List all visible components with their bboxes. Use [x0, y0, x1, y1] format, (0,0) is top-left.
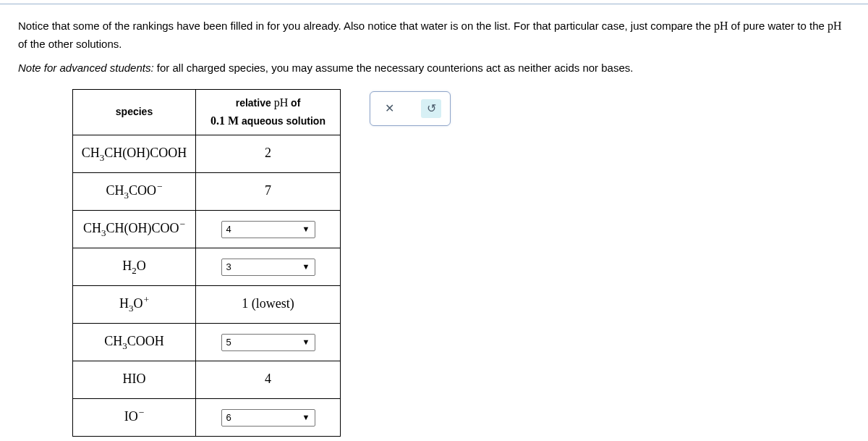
species-cell: CH3CH(OH)COO−	[73, 210, 196, 248]
formula-hypoiodite: IO−	[124, 409, 145, 424]
formula-acetic-acid: CH3COOH	[104, 334, 164, 348]
species-cell: HIO	[73, 361, 196, 398]
chevron-down-icon: ▼	[302, 411, 310, 424]
clear-button[interactable]: ✕	[379, 99, 399, 118]
table-row: H2O 3 ▼	[73, 248, 341, 285]
value-cell: 6 ▼	[196, 398, 341, 436]
header-species-label: species	[116, 106, 153, 117]
species-cell: CH3CH(OH)COOH	[73, 135, 196, 172]
species-cell: H3O+	[73, 285, 196, 323]
header-ph-line1: relative pH of	[236, 97, 301, 109]
header-ph-line2: 0.1 M aqueous solution	[210, 115, 326, 127]
intro-text-1a: Notice that some of the rankings have be…	[18, 20, 714, 32]
chevron-down-icon: ▼	[302, 336, 310, 348]
rank-select[interactable]: 3 ▼	[221, 259, 315, 276]
static-value: 7	[265, 183, 271, 198]
value-cell: 5 ▼	[196, 323, 341, 361]
static-value: 2	[265, 146, 271, 160]
ph-symbol-2: pH	[827, 20, 842, 32]
header-ph-symbol: pH	[274, 96, 289, 109]
instruction-line-1: Notice that some of the rankings have be…	[18, 17, 850, 52]
value-cell: 1 (lowest)	[196, 285, 341, 323]
intro-text-1b: of pure water to the	[728, 20, 827, 32]
table-row: CH3CH(OH)COO− 4 ▼	[73, 210, 341, 248]
value-cell: 3 ▼	[196, 248, 341, 285]
note-label: Note for advanced students:	[18, 62, 154, 74]
main-row: species relative pH of 0.1 M aqueous sol…	[18, 89, 850, 437]
rank-select[interactable]: 5 ▼	[221, 334, 315, 351]
table-row: HIO 4	[73, 361, 341, 398]
species-cell: IO−	[73, 398, 196, 436]
value-cell: 2	[196, 135, 341, 172]
chevron-down-icon: ▼	[302, 261, 310, 273]
static-value: 4	[265, 371, 271, 386]
species-cell: H2O	[73, 248, 196, 285]
reset-icon: ↺	[427, 100, 436, 118]
header-rel-d: aqueous solution	[239, 115, 326, 127]
header-rel-a: relative	[236, 97, 274, 109]
instruction-block: Notice that some of the rankings have be…	[0, 4, 868, 441]
select-value: 4	[226, 222, 302, 237]
chevron-down-icon: ▼	[302, 223, 310, 235]
formula-lactate: CH3CH(OH)COO−	[83, 221, 185, 235]
header-species: species	[73, 90, 196, 135]
select-value: 6	[226, 411, 302, 425]
formula-acetate: CH3COO−	[106, 183, 162, 198]
ph-symbol-1: pH	[714, 20, 728, 32]
close-icon: ✕	[385, 100, 394, 118]
static-value: 1 (lowest)	[242, 296, 294, 311]
header-rel-b: of	[288, 97, 300, 109]
formula-hydronium: H3O+	[119, 296, 149, 311]
formula-water: H2O	[122, 259, 145, 273]
ranking-table: species relative pH of 0.1 M aqueous sol…	[72, 89, 341, 437]
note-rest: for all charged species, you may assume …	[154, 62, 634, 74]
table-row: CH3CH(OH)COOH 2	[73, 135, 341, 172]
value-cell: 7	[196, 172, 341, 210]
table-row: CH3COO− 7	[73, 172, 341, 210]
header-rel-c: 0.1 M	[210, 114, 239, 127]
reset-button[interactable]: ↺	[421, 99, 441, 118]
toolbox: ✕ ↺	[370, 91, 451, 126]
header-row: species relative pH of 0.1 M aqueous sol…	[73, 90, 341, 135]
table-row: H3O+ 1 (lowest)	[73, 285, 341, 323]
table-row: CH3COOH 5 ▼	[73, 323, 341, 361]
select-value: 3	[226, 260, 302, 274]
value-cell: 4 ▼	[196, 210, 341, 248]
table-row: IO− 6 ▼	[73, 398, 341, 436]
species-cell: CH3COOH	[73, 323, 196, 361]
instruction-line-2: Note for advanced students: for all char…	[18, 59, 850, 76]
intro-text-1c: of the other solutions.	[18, 38, 122, 50]
formula-hypoiodous-acid: HIO	[123, 371, 146, 386]
formula-lactic-acid: CH3CH(OH)COOH	[82, 146, 187, 160]
species-cell: CH3COO−	[73, 172, 196, 210]
rank-select[interactable]: 4 ▼	[221, 221, 315, 238]
select-value: 5	[226, 335, 302, 350]
value-cell: 4	[196, 361, 341, 398]
rank-select[interactable]: 6 ▼	[221, 409, 315, 427]
header-ph: relative pH of 0.1 M aqueous solution	[196, 90, 341, 135]
